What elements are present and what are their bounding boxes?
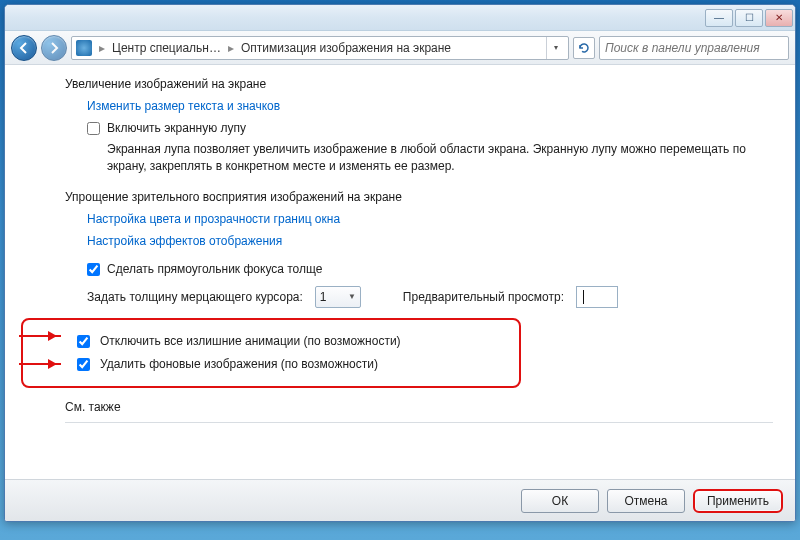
refresh-icon bbox=[578, 42, 590, 54]
checkbox-magnifier-label: Включить экранную лупу bbox=[107, 121, 246, 135]
maximize-button[interactable]: ☐ bbox=[735, 9, 763, 27]
control-panel-icon bbox=[76, 40, 92, 56]
search-input[interactable] bbox=[599, 36, 789, 60]
divider bbox=[65, 422, 773, 423]
chevron-down-icon: ▼ bbox=[348, 292, 356, 301]
breadcrumb-part2[interactable]: Оптимизация изображения на экране bbox=[241, 41, 451, 55]
annotation-arrow bbox=[19, 335, 61, 338]
cancel-button[interactable]: Отмена bbox=[607, 489, 685, 513]
cursor-width-value: 1 bbox=[320, 290, 327, 304]
cursor-width-select[interactable]: 1 ▼ bbox=[315, 286, 361, 308]
checkbox-disable-animations-label: Отключить все излишние анимации (по возм… bbox=[100, 334, 401, 348]
arrow-left-icon bbox=[18, 42, 30, 54]
ok-button[interactable]: ОК bbox=[521, 489, 599, 513]
link-window-color[interactable]: Настройка цвета и прозрачности границ ок… bbox=[87, 212, 340, 226]
checkbox-magnifier[interactable] bbox=[87, 122, 100, 135]
content-area: Увеличение изображений на экране Изменит… bbox=[5, 65, 795, 479]
link-display-effects[interactable]: Настройка эффектов отображения bbox=[87, 234, 282, 248]
cursor-width-label: Задать толщину мерцающего курсора: bbox=[87, 290, 303, 304]
breadcrumb-separator: ▸ bbox=[96, 41, 108, 55]
checkbox-focus-rect-label: Сделать прямоугольник фокуса толще bbox=[107, 262, 322, 276]
checkbox-remove-background[interactable] bbox=[77, 358, 90, 371]
address-dropdown[interactable]: ▾ bbox=[546, 37, 564, 59]
section-simplify-title: Упрощение зрительного восприятия изображ… bbox=[65, 190, 773, 204]
cursor-preview-bar bbox=[583, 290, 584, 304]
close-button[interactable]: ✕ bbox=[765, 9, 793, 27]
checkbox-focus-rect[interactable] bbox=[87, 263, 100, 276]
refresh-button[interactable] bbox=[573, 37, 595, 59]
footer: ОК Отмена Применить bbox=[5, 479, 795, 521]
forward-button[interactable] bbox=[41, 35, 67, 61]
titlebar: — ☐ ✕ bbox=[5, 5, 795, 31]
cursor-preview bbox=[576, 286, 618, 308]
address-bar[interactable]: ▸ Центр специальн… ▸ Оптимизация изображ… bbox=[71, 36, 569, 60]
annotation-arrow bbox=[19, 363, 61, 366]
navbar: ▸ Центр специальн… ▸ Оптимизация изображ… bbox=[5, 31, 795, 65]
settings-window: — ☐ ✕ ▸ Центр специальн… ▸ Оптимизация и… bbox=[4, 4, 796, 522]
checkbox-disable-animations[interactable] bbox=[77, 335, 90, 348]
section-enlarge-title: Увеличение изображений на экране bbox=[65, 77, 773, 91]
highlighted-options: Отключить все излишние анимации (по возм… bbox=[21, 318, 521, 388]
link-text-size[interactable]: Изменить размер текста и значков bbox=[87, 99, 280, 113]
checkbox-remove-background-label: Удалить фоновые изображения (по возможно… bbox=[100, 357, 378, 371]
cursor-preview-label: Предварительный просмотр: bbox=[403, 290, 564, 304]
see-also-label: См. также bbox=[65, 400, 773, 414]
back-button[interactable] bbox=[11, 35, 37, 61]
arrow-right-icon bbox=[48, 42, 60, 54]
apply-button[interactable]: Применить bbox=[693, 489, 783, 513]
minimize-button[interactable]: — bbox=[705, 9, 733, 27]
breadcrumb-part1[interactable]: Центр специальн… bbox=[112, 41, 221, 55]
magnifier-help-text: Экранная лупа позволяет увеличить изобра… bbox=[107, 141, 773, 176]
breadcrumb-separator: ▸ bbox=[225, 41, 237, 55]
